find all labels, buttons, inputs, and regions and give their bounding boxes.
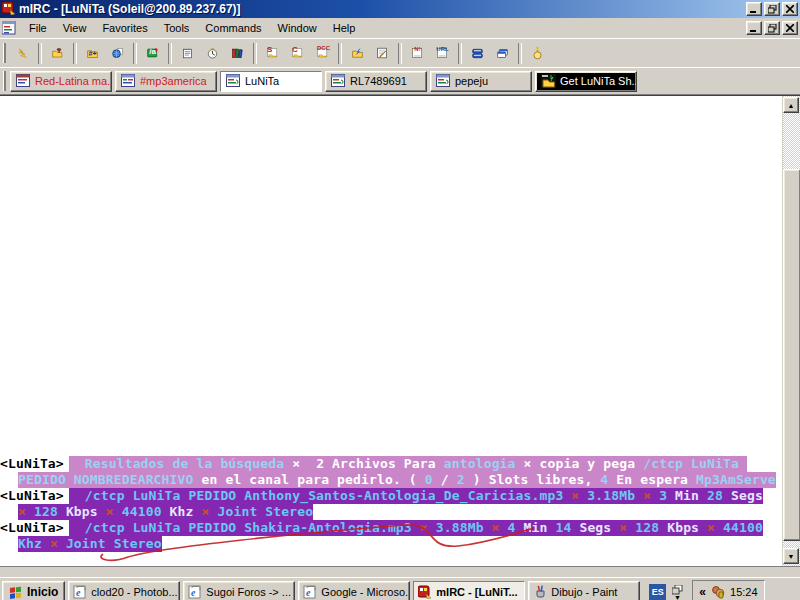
start-button[interactable]: Inicio (2, 581, 65, 600)
toolbar-separator (133, 43, 137, 64)
tab-label: LuNiTa (245, 75, 279, 87)
scroll-up-button[interactable]: ▲ (783, 97, 799, 113)
window-bottom-edge (0, 566, 800, 577)
options-icon[interactable] (45, 42, 70, 65)
close-button[interactable] (782, 2, 798, 16)
tab-label: #mp3america (140, 75, 207, 87)
toolbar-separator (168, 43, 172, 64)
switchbar-tab-red-latina-ma-[interactable]: Red-Latina ma... (10, 71, 112, 92)
task-label: mIRC - [LuNiT... (436, 586, 517, 598)
chat-message-line: × 128 Kbps × 44100 Khz × Joint Stereo (0, 504, 782, 520)
toolbar-grip[interactable] (3, 43, 6, 63)
tile-windows-icon[interactable] (465, 42, 490, 65)
chat-nick: <LuNiTa> (0, 520, 69, 536)
switchbar-tab-#mp3america[interactable]: #mp3america (115, 71, 217, 92)
query-window-icon (331, 74, 346, 88)
chat-highlight-text: /ctcp LuNiTa PEDIDO Shakira-Antologia.mp… (69, 520, 763, 536)
chat-wrap-indent (0, 536, 18, 552)
toolbar: #+/aSCDCCN!URL (0, 38, 800, 67)
chat-window-icon (16, 74, 31, 88)
notify-list-icon[interactable]: N! (405, 42, 430, 65)
switchbar-grip[interactable] (3, 71, 6, 91)
menu-bar: FileViewFavoritesToolsCommandsWindowHelp (0, 18, 800, 38)
menu-view[interactable]: View (55, 20, 95, 36)
system-tray: « 15:24 (692, 580, 764, 600)
language-indicator[interactable]: ES (649, 584, 666, 600)
connect-icon[interactable] (10, 42, 35, 65)
restore-button[interactable] (764, 2, 780, 16)
tab-label: Get LuNiTa Sh... (560, 75, 637, 87)
taskbar-button-google-microso-[interactable]: eGoogle - Microso... (298, 581, 410, 600)
channels-list-icon[interactable] (105, 42, 130, 65)
toolbar-separator (338, 43, 342, 64)
switchbar-tab-pepeju[interactable]: pepeju (430, 71, 532, 92)
menu-help[interactable]: Help (325, 20, 364, 36)
chat-highlight-text: Khz × Joint Stereo (18, 536, 162, 552)
dcc-chat-icon[interactable]: C (285, 42, 310, 65)
toolbar-separator (38, 43, 42, 64)
task-label: clod20 - Photob... (91, 586, 177, 598)
menu-favorites[interactable]: Favorites (94, 20, 155, 36)
show-desktop-icon[interactable]: ▼ (669, 580, 685, 600)
taskbar-button-dibujo-paint[interactable]: Dibujo - Paint (528, 581, 640, 600)
tab-label: RL7489691 (350, 75, 407, 87)
menu-tools[interactable]: Tools (156, 20, 198, 36)
menu-window[interactable]: Window (270, 20, 325, 36)
toolbar-separator (73, 43, 77, 64)
channels-folder-icon[interactable]: #+ (80, 42, 105, 65)
minimize-button[interactable] (746, 2, 762, 16)
chat-highlight-text: /ctcp LuNiTa PEDIDO Anthony_Santos-Antol… (69, 488, 763, 504)
chat-wrap-indent (0, 472, 18, 488)
taskbar-button-mirc-lunit-[interactable]: mIRC - [LuNiT... (413, 581, 525, 600)
mdi-close-button[interactable] (782, 21, 798, 35)
paint-icon (533, 585, 547, 599)
toolbar-separator (398, 43, 402, 64)
title-bar: mIRC - [LuNiTa (Soleil@200.89.237.67)] (0, 0, 800, 18)
notepad-icon[interactable] (175, 42, 200, 65)
mirc-logo-icon (2, 2, 16, 16)
switchbar-tab-lunita[interactable]: LuNiTa (220, 71, 322, 92)
taskbar-clock: 15:24 (730, 586, 758, 598)
ie-icon: e (188, 585, 202, 599)
timer-icon[interactable] (200, 42, 225, 65)
chat-message-line: PEDIDO NOMBREDEARCHIVO en el canal para … (0, 472, 782, 488)
chat-messages: <LuNiTa> Resultados de la búsqueda × 2 A… (0, 456, 782, 552)
chat-highlight-text: PEDIDO NOMBREDEARCHIVO en el canal para … (18, 472, 776, 488)
windows-logo-icon (9, 586, 23, 599)
address-book-icon[interactable] (225, 42, 250, 65)
mdi-minimize-button[interactable] (746, 21, 762, 35)
tray-chevron-button[interactable]: « (699, 585, 706, 599)
menu-commands[interactable]: Commands (197, 20, 269, 36)
svg-text:e: e (76, 587, 81, 598)
chat-scrollbar[interactable]: ▲ ▼ (782, 96, 800, 566)
ontop-icon[interactable] (525, 42, 550, 65)
chat-window: <LuNiTa> Resultados de la búsqueda × 2 A… (0, 95, 800, 566)
chat-nick: <LuNiTa> (0, 488, 69, 504)
query-window-icon (226, 74, 241, 88)
scrollbar-thumb[interactable] (783, 169, 800, 541)
url-list-icon[interactable]: URL (430, 42, 455, 65)
mdi-restore-button[interactable] (764, 21, 780, 35)
chat-highlight-text: Resultados de la búsqueda × 2 Archivos P… (69, 456, 747, 472)
task-label: Dibujo - Paint (551, 586, 617, 598)
taskbar-button-clod20-photob-[interactable]: eclod20 - Photob... (68, 581, 180, 600)
tab-label: pepeju (455, 75, 488, 87)
aliases-icon[interactable]: /a (140, 42, 165, 65)
dcc-options-icon[interactable]: DCC (310, 42, 335, 65)
toolbar-separator (253, 43, 257, 64)
switchbar-tab-get-lunita-sh-[interactable]: Get LuNiTa Sh... (535, 71, 637, 92)
taskbar: Inicio eclod20 - Photob...eSugoi Foros -… (0, 577, 800, 600)
file-get-icon[interactable] (345, 42, 370, 65)
taskbar-button-sugoi-foros-[interactable]: eSugoi Foros -> ... (183, 581, 295, 600)
tab-label: Red-Latina ma... (35, 75, 112, 87)
channel-window-icon (121, 74, 136, 88)
switchbar-tab-rl7489691[interactable]: RL7489691 (325, 71, 427, 92)
dcc-get-icon (541, 74, 556, 88)
dcc-send-icon[interactable]: S (260, 42, 285, 65)
mirc-icon (418, 585, 432, 599)
messenger-tray-icon[interactable] (711, 585, 725, 599)
scroll-down-button[interactable]: ▼ (783, 548, 799, 564)
cascade-windows-icon[interactable] (490, 42, 515, 65)
menu-file[interactable]: File (21, 20, 55, 36)
script-editor-icon[interactable] (370, 42, 395, 65)
